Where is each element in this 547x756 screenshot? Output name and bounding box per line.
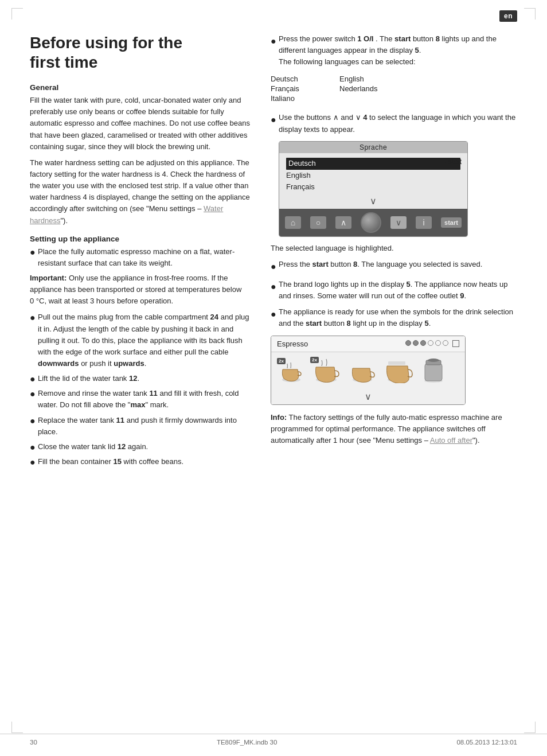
cup-1-img: 2x xyxy=(277,358,307,384)
cup-3-img xyxy=(347,358,379,384)
svg-point-8 xyxy=(428,358,439,362)
dot-4 xyxy=(428,340,433,346)
main-content: Before using for the first time General … xyxy=(0,22,547,471)
lang-italiano: Italiano xyxy=(271,94,339,103)
setup-heading: Setting up the appliance xyxy=(30,235,253,243)
page-title: Before using for the first time xyxy=(30,33,253,72)
espresso-dots xyxy=(405,340,459,347)
right-bullet-5-text: The appliance is ready for use when the … xyxy=(279,306,517,329)
caption-selected: The selected language is highlighted. xyxy=(271,243,517,254)
display-lang-english: English xyxy=(286,170,460,182)
page-number: 30 xyxy=(30,739,37,746)
general-body2: The water hardness setting can be adjust… xyxy=(30,157,253,227)
ctrl-home-btn: ⌂ xyxy=(285,216,301,229)
corner-tl xyxy=(11,8,23,20)
lang-english: English xyxy=(339,75,408,83)
bullet-dot-2: ● xyxy=(30,313,38,322)
page-wrapper: en Before using for the first time Gener… xyxy=(0,0,547,756)
bullet-dot-3: ● xyxy=(30,375,38,384)
bullet-item-2: ● Pull out the mains plug from the cable… xyxy=(30,311,253,369)
display-arrow-down: ∨ xyxy=(286,196,460,206)
setup-bullet-list: ● Place the fully automatic espresso mac… xyxy=(30,246,253,269)
ctrl-start-btn: start xyxy=(441,217,462,228)
corner-tr xyxy=(524,8,536,20)
general-heading: General xyxy=(30,83,253,92)
general-body: Fill the water tank with pure, cold, unc… xyxy=(30,95,253,153)
dot-1 xyxy=(405,340,411,346)
cup-5-svg xyxy=(419,358,448,383)
bullet-dot-4: ● xyxy=(30,389,38,399)
right-bullet-dot-2: ● xyxy=(271,113,279,127)
right-bullet-2: ● Use the buttons ∧ and ∨ 4 to select th… xyxy=(271,112,517,135)
lang-nederlands: Nederlands xyxy=(339,84,408,93)
important-label: Important: xyxy=(30,274,67,282)
bullet-item-4-text: Remove and rinse the water tank 11 and f… xyxy=(38,388,253,411)
right-bullet-1-text: Press the power switch 1 O/I . The start… xyxy=(279,33,517,68)
top-bar: en xyxy=(0,0,547,22)
bullet-dot-7: ● xyxy=(30,458,38,467)
left-column: Before using for the first time General … xyxy=(30,33,253,471)
right-bullet-dot-1: ● xyxy=(271,34,279,49)
dot-3 xyxy=(420,340,426,346)
cup-2-img: 2x xyxy=(310,357,343,384)
display-controls: ⌂ ○ ∧ ∨ i start xyxy=(279,209,467,236)
down-icon: ∨ xyxy=(396,218,401,227)
language-table: Deutsch English Français Nederlands Ital… xyxy=(271,75,517,103)
espresso-header: Espresso xyxy=(271,336,465,352)
file-info: TE809F_MK.indb 30 xyxy=(217,739,277,746)
right-bullet-4-text: The brand logo lights up in the display … xyxy=(279,279,517,302)
espresso-body: 2x xyxy=(271,352,465,389)
info-text: Info: The factory settings of the fully … xyxy=(271,412,517,446)
right-bullet-2-text: Use the buttons ∧ and ∨ 4 to select the … xyxy=(279,112,517,135)
ctrl-down-btn: ∨ xyxy=(390,216,407,229)
info-icon: i xyxy=(423,218,425,227)
cup-2-double-large: 2x xyxy=(310,357,343,384)
cup-3-medium xyxy=(347,358,379,384)
right-bullet-dot-5: ● xyxy=(271,307,279,322)
cup-5-travel xyxy=(419,358,449,384)
important-text: Important: Only use the appliance in fro… xyxy=(30,272,253,307)
bullet-dot-1: ● xyxy=(30,248,38,257)
lang-deutsch: Deutsch xyxy=(271,75,339,83)
right-bullet-dot-3: ● xyxy=(271,260,279,274)
bullet-item-6: ● Close the water tank lid 12 again. xyxy=(30,441,253,453)
espresso-display: Espresso xyxy=(271,336,466,405)
lang-badge: en xyxy=(499,10,517,22)
cup-5-img xyxy=(419,358,449,384)
espresso-arrow-down: ∨ xyxy=(271,389,465,404)
bullet-item-3-text: Lift the lid of the water tank 12. xyxy=(38,373,253,384)
badge-2x-1: 2x xyxy=(277,358,286,364)
ctrl-i-btn: i xyxy=(416,216,432,229)
ctrl-knob xyxy=(361,212,381,233)
display-start-label: ▶ start xyxy=(441,158,462,166)
info-label: Info: xyxy=(271,413,287,422)
bullet-item-2-text: Pull out the mains plug from the cable c… xyxy=(38,311,253,369)
corner-bl xyxy=(11,722,23,733)
dot-5 xyxy=(435,340,441,346)
svg-rect-4 xyxy=(388,361,405,365)
display-lang-deutsch: Deutsch xyxy=(286,158,460,170)
bullet-item-5-text: Replace the water tank 11 and push it fi… xyxy=(38,415,253,438)
right-column: ● Press the power switch 1 O/I . The sta… xyxy=(271,33,517,471)
main-bullet-list: ● Pull out the mains plug from the cable… xyxy=(30,311,253,467)
bullet-item-7-text: Fill the bean container 15 with coffee b… xyxy=(38,456,253,467)
bullet-item-3: ● Lift the lid of the water tank 12. xyxy=(30,373,253,384)
auto-off-link: Auto off after xyxy=(430,436,472,445)
cup-1-double-small: 2x xyxy=(277,358,307,384)
cup-4-svg xyxy=(382,357,415,383)
home-icon: ⌂ xyxy=(291,218,295,227)
bullet-item-6-text: Close the water tank lid 12 again. xyxy=(38,441,253,453)
circle-icon: ○ xyxy=(316,218,321,227)
right-bullet-3-text: Press the start button 8. The language y… xyxy=(279,259,517,270)
bullet-item-5: ● Replace the water tank 11 and push it … xyxy=(30,415,253,438)
bullet-dot-5: ● xyxy=(30,416,38,426)
right-bullet-4: ● The brand logo lights up in the displa… xyxy=(271,279,517,302)
corner-br xyxy=(524,722,536,733)
date-info: 08.05.2013 12:13:01 xyxy=(456,739,517,746)
bullet-item-4: ● Remove and rinse the water tank 11 and… xyxy=(30,388,253,411)
cup-4-large xyxy=(382,357,416,384)
right-bullet-1: ● Press the power switch 1 O/I . The sta… xyxy=(271,33,517,68)
badge-2x-2: 2x xyxy=(310,357,319,363)
display-header: Sprache xyxy=(279,142,467,153)
svg-rect-6 xyxy=(425,364,442,381)
